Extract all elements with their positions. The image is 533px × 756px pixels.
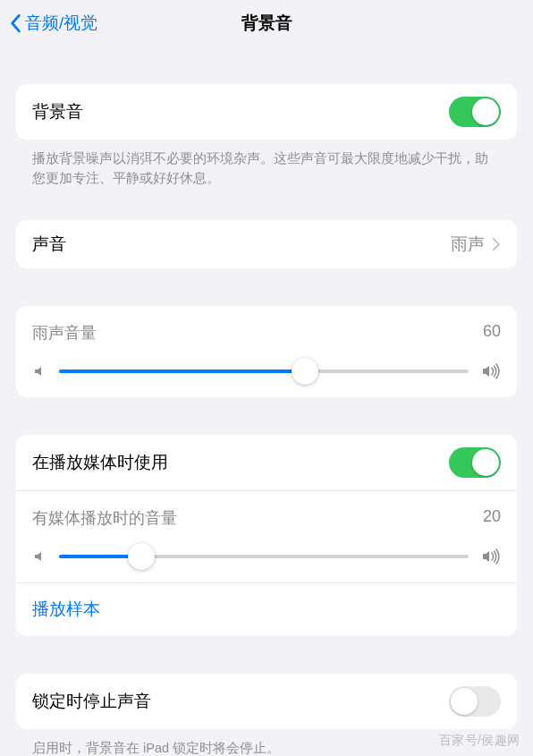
volume-fill xyxy=(59,370,305,373)
back-button[interactable]: 音频/视觉 xyxy=(9,12,97,35)
lock-label: 锁定时停止声音 xyxy=(32,690,449,713)
lock-toggle[interactable] xyxy=(449,686,501,717)
master-footer: 播放背景噪声以消弭不必要的环境杂声。这些声音可最大限度地减少干扰，助您更加专注、… xyxy=(16,140,517,189)
master-row: 背景音 xyxy=(16,84,517,140)
volume-label: 雨声音量 xyxy=(32,322,97,344)
master-toggle[interactable] xyxy=(449,97,501,127)
master-label: 背景音 xyxy=(32,100,449,123)
sound-group: 声音 雨声 xyxy=(16,220,517,268)
volume-group: 雨声音量 60 xyxy=(16,306,517,397)
media-use-label: 在播放媒体时使用 xyxy=(32,451,449,474)
volume-low-icon xyxy=(32,364,47,378)
volume-high-icon xyxy=(481,548,501,565)
lock-row: 锁定时停止声音 xyxy=(16,674,517,729)
media-volume-section: 有媒体播放时的音量 20 xyxy=(16,490,517,582)
sound-label: 声音 xyxy=(32,233,451,256)
media-use-toggle[interactable] xyxy=(449,447,501,478)
volume-thumb[interactable] xyxy=(292,358,318,385)
volume-high-icon xyxy=(481,363,501,379)
nav-bar: 音频/视觉 背景音 xyxy=(0,0,533,47)
lock-footer: 启用时，背景音在 iPad 锁定时将会停止。 xyxy=(16,729,517,756)
volume-slider[interactable] xyxy=(59,370,469,373)
chevron-right-icon xyxy=(492,237,501,251)
media-thumb[interactable] xyxy=(128,543,155,570)
volume-value: 60 xyxy=(483,322,501,344)
play-sample-button[interactable]: 播放样本 xyxy=(16,582,517,636)
media-group: 在播放媒体时使用 有媒体播放时的音量 20 播放样本 xyxy=(16,435,517,636)
back-label: 音频/视觉 xyxy=(25,12,97,35)
master-group: 背景音 xyxy=(16,84,517,140)
lock-group: 锁定时停止声音 xyxy=(16,674,517,729)
media-slider[interactable] xyxy=(59,555,469,558)
volume-section: 雨声音量 60 xyxy=(16,306,517,397)
media-use-row: 在播放媒体时使用 xyxy=(16,435,517,490)
sound-row[interactable]: 声音 雨声 xyxy=(16,220,517,268)
media-vol-value: 20 xyxy=(483,507,501,529)
sound-value: 雨声 xyxy=(451,233,485,256)
chevron-left-icon xyxy=(9,13,25,34)
content: 背景音 播放背景噪声以消弭不必要的环境杂声。这些声音可最大限度地减少干扰，助您更… xyxy=(0,84,533,756)
volume-low-icon xyxy=(32,549,47,564)
media-vol-label: 有媒体播放时的音量 xyxy=(32,507,177,529)
